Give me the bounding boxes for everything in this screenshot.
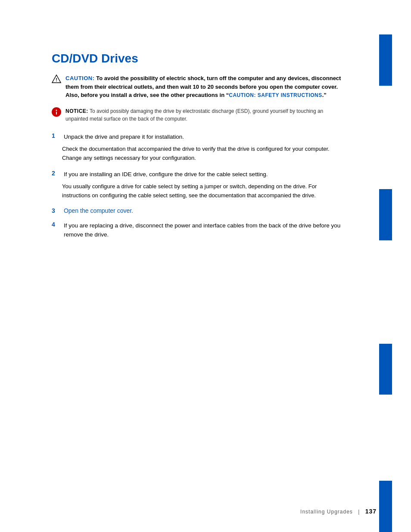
step-2-sub: You usually configure a drive for cable … [62, 182, 345, 200]
step-3-number: 3 [52, 207, 62, 214]
step-2-main: If you are installing an IDE drive, conf… [64, 170, 344, 179]
footer-separator: | [358, 509, 360, 515]
step-1-main: Unpack the drive and prepare it for inst… [64, 132, 344, 142]
step-4-main: If you are replacing a drive, disconnect… [64, 221, 344, 240]
step-1: 1 Unpack the drive and prepare it for in… [52, 132, 345, 163]
svg-text:!: ! [56, 77, 57, 82]
svg-rect-4 [56, 112, 57, 115]
step-4-number: 4 [52, 221, 62, 228]
svg-point-3 [56, 109, 57, 111]
notice-body: To avoid possibly damaging the drive by … [65, 108, 323, 122]
step-3-link[interactable]: Open the computer cover. [64, 207, 133, 214]
right-sidebar [379, 0, 392, 532]
notice-box: NOTICE: To avoid possibly damaging the d… [52, 107, 345, 123]
page-footer: Installing Upgrades | 137 [300, 508, 377, 515]
step-4: 4 If you are replacing a drive, disconne… [52, 221, 345, 240]
notice-text: NOTICE: To avoid possibly damaging the d… [65, 107, 345, 123]
page-title: CD/DVD Drives [52, 52, 345, 65]
footer-section: Installing Upgrades [300, 509, 353, 515]
caution-safety-link[interactable]: CAUTION: Safety Instructions [229, 92, 322, 98]
caution-body: To avoid the possibility of electric sho… [65, 75, 341, 98]
main-content: CD/DVD Drives ! CAUTION: To avoid the po… [0, 0, 379, 532]
caution-icon: ! [52, 74, 61, 84]
notice-icon [52, 107, 61, 117]
caution-text: CAUTION: To avoid the possibility of ele… [65, 74, 345, 100]
step-1-number: 1 [52, 132, 62, 139]
sidebar-tab-4 [379, 481, 392, 532]
sidebar-tab-2 [379, 189, 392, 240]
step-3: 3 Open the computer cover. [52, 207, 345, 214]
page-container: CD/DVD Drives ! CAUTION: To avoid the po… [0, 0, 411, 532]
caution-box: ! CAUTION: To avoid the possibility of e… [52, 74, 345, 100]
sidebar-tab-1 [379, 34, 392, 86]
steps-list: 1 Unpack the drive and prepare it for in… [52, 132, 345, 240]
notice-label: NOTICE: [65, 108, 88, 114]
caution-label: CAUTION: [65, 75, 95, 81]
sidebar-tab-3 [379, 344, 392, 395]
step-2: 2 If you are installing an IDE drive, co… [52, 170, 345, 200]
step-1-sub: Check the documentation that accompanied… [62, 145, 345, 163]
footer-page-number: 137 [365, 508, 377, 515]
step-2-number: 2 [52, 170, 62, 177]
